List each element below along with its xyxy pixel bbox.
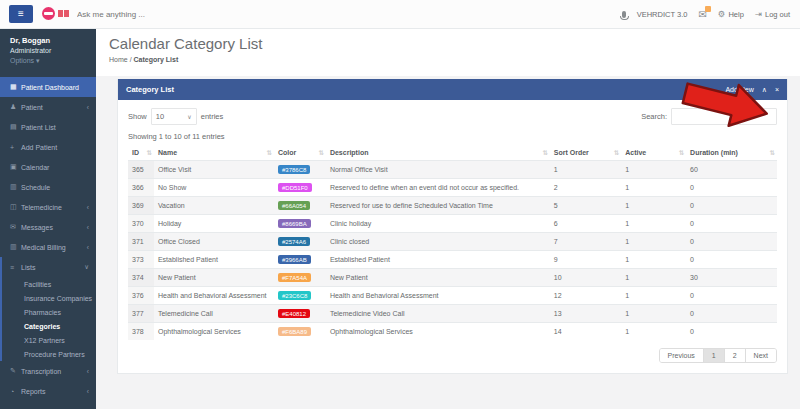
sidebar-item-telemedicine[interactable]: ◫Telemedicine‹ <box>0 197 96 217</box>
chevron-down-icon: ∨ <box>84 263 89 271</box>
sidebar-item-patient-list[interactable]: ▤Patient List <box>0 117 96 137</box>
column-header-color[interactable]: Color⇅ <box>274 145 326 161</box>
sidebar-item-lists[interactable]: ≡Lists∨ <box>2 257 96 277</box>
column-header-active[interactable]: Active⇅ <box>621 145 686 161</box>
voice-command-button[interactable] <box>622 11 626 18</box>
cell-sort: 5 <box>550 197 621 215</box>
help-link[interactable]: ⚙ Help <box>718 9 744 19</box>
sidebar-group-lists: ≡Lists∨FacilitiesInsurance CompaniesPhar… <box>0 257 96 361</box>
pagination-previous-button[interactable]: Previous <box>660 349 703 362</box>
cell-name: No Show <box>154 179 274 197</box>
pagination-page-2[interactable]: 2 <box>724 349 745 362</box>
column-header-description[interactable]: Description⇅ <box>326 145 550 161</box>
cell-duration: 0 <box>686 305 777 323</box>
cell-color: #2574A6 <box>274 233 326 251</box>
pagination-next-button[interactable]: Next <box>745 349 776 362</box>
sidebar-item-label: Patient <box>21 104 43 111</box>
cell-description: Reserved to define when an event did not… <box>326 179 550 197</box>
color-badge: #23C6C8 <box>278 291 311 300</box>
table-row[interactable]: 377Telemedicine Call#E40812Telemedicine … <box>128 305 777 323</box>
sidebar-item-facilities[interactable]: Facilities <box>2 277 96 291</box>
cell-color: #DD51F0 <box>274 179 326 197</box>
sidebar-item-label: Reports <box>21 388 46 395</box>
color-badge: #3786C8 <box>278 165 310 174</box>
sidebar-item-x12-partners[interactable]: X12 Partners <box>2 333 96 347</box>
page-length-control: Show 10 ∨ entries <box>128 108 223 125</box>
app-logo[interactable] <box>42 7 69 20</box>
sidebar-item-pharmacies[interactable]: Pharmacies <box>2 305 96 319</box>
cell-active: 1 <box>621 305 686 323</box>
panel-tools: Add New ∧ × <box>725 86 779 94</box>
table-row[interactable]: 378Ophthalmological Services#F6BA89Ophth… <box>128 323 777 341</box>
add-new-button[interactable]: Add New <box>725 86 753 93</box>
column-header-duration-min[interactable]: Duration (min)⇅ <box>686 145 777 161</box>
cell-active: 1 <box>621 323 686 341</box>
table-search-input[interactable] <box>671 108 777 125</box>
table-row[interactable]: 366No Show#DD51F0Reserved to define when… <box>128 179 777 197</box>
sidebar-item-calendar[interactable]: ▣Calendar <box>0 157 96 177</box>
cell-duration: 0 <box>686 323 777 341</box>
page-length-select[interactable]: 10 ∨ <box>151 108 197 125</box>
table-row[interactable]: 371Office Closed#2574A6Clinic closed710 <box>128 233 777 251</box>
table-row[interactable]: 369Vacation#66A054Reserved for use to de… <box>128 197 777 215</box>
sidebar-item-label: Schedule <box>21 184 50 191</box>
sidebar-item-schedule[interactable]: ▥Schedule <box>0 177 96 197</box>
table-row[interactable]: 365Office Visit#3786C8Normal Office Visi… <box>128 161 777 179</box>
cell-active: 1 <box>621 161 686 179</box>
cell-description: Reserved for use to define Scheduled Vac… <box>326 197 550 215</box>
sidebar-item-reports[interactable]: ◔Reports‹ <box>0 381 96 401</box>
collapse-panel-icon[interactable]: ∧ <box>762 86 767 94</box>
sidebar-item-label: Lists <box>21 264 35 271</box>
color-badge: #DD51F0 <box>278 183 312 192</box>
telemedicine-icon: ◫ <box>10 203 21 211</box>
breadcrumb-home-link[interactable]: Home <box>109 56 128 63</box>
color-badge: #3966AB <box>278 255 311 264</box>
cell-sort: 1 <box>550 161 621 179</box>
sidebar-item-transcription[interactable]: ✎Transcription‹ <box>0 361 96 381</box>
cell-name: Holiday <box>154 215 274 233</box>
close-panel-icon[interactable]: × <box>775 86 779 93</box>
column-header-id[interactable]: ID⇅ <box>128 145 154 161</box>
cell-name: Health and Behavioral Assessment <box>154 287 274 305</box>
table-row[interactable]: 374New Patient#F7A54ANew Patient10130 <box>128 269 777 287</box>
logo-circle-icon <box>42 7 55 20</box>
menu-toggle-button[interactable]: ≡ <box>9 5 33 23</box>
column-header-label: Color <box>278 149 296 156</box>
column-header-name[interactable]: Name⇅ <box>154 145 274 161</box>
sidebar-item-add-patient[interactable]: +Add Patient <box>0 137 96 157</box>
table-row[interactable]: 373Established Patient#3966ABEstablished… <box>128 251 777 269</box>
breadcrumb: Home / Category List <box>109 56 800 63</box>
table-row[interactable]: 376Health and Behavioral Assessment#23C6… <box>128 287 777 305</box>
sidebar-item-insurance-companies[interactable]: Insurance Companies <box>2 291 96 305</box>
table-row[interactable]: 370Holiday#8669BAClinic holiday610 <box>128 215 777 233</box>
content-area: Category List Add New ∧ × Show 10 ∨ entr… <box>96 76 800 409</box>
user-options-dropdown[interactable]: Options ▾ <box>10 57 86 65</box>
cell-name: New Patient <box>154 269 274 287</box>
cell-id: 376 <box>128 287 154 305</box>
sidebar-item-medical-billing[interactable]: ▥Medical Billing‹ <box>0 237 96 257</box>
cell-id: 370 <box>128 215 154 233</box>
panel-header: Category List Add New ∧ × <box>118 79 787 100</box>
messages-button[interactable]: ✉ <box>698 9 706 20</box>
global-search-input[interactable] <box>75 5 299 24</box>
sidebar-item-procedure-partners[interactable]: Procedure Partners <box>2 347 96 361</box>
dashboard-grid-icon: ▦ <box>10 83 21 91</box>
cell-description: Telemedicine Video Call <box>326 305 550 323</box>
cell-sort: 2 <box>550 179 621 197</box>
pagination-page-1[interactable]: 1 <box>703 349 724 362</box>
panel-body: Show 10 ∨ entries Search: Showing 1 to 1… <box>118 100 787 373</box>
table-header-row: ID⇅Name⇅Color⇅Description⇅Sort Order⇅Act… <box>128 145 777 161</box>
logout-link[interactable]: ⇥ Log out <box>755 9 790 19</box>
sidebar-item-patient[interactable]: ♟Patient‹ <box>0 97 96 117</box>
cell-color: #3966AB <box>274 251 326 269</box>
sort-icon: ⇅ <box>147 149 152 157</box>
cell-duration: 0 <box>686 215 777 233</box>
sidebar-item-messages[interactable]: ✉Messages‹ <box>0 217 96 237</box>
cell-sort: 12 <box>550 287 621 305</box>
column-header-label: Description <box>330 149 369 156</box>
sidebar-item-patient-dashboard[interactable]: ▦Patient Dashboard <box>0 77 96 97</box>
column-header-sort-order[interactable]: Sort Order⇅ <box>550 145 621 161</box>
sidebar-item-categories[interactable]: Categories <box>2 319 96 333</box>
cell-sort: 13 <box>550 305 621 323</box>
cell-id: 365 <box>128 161 154 179</box>
